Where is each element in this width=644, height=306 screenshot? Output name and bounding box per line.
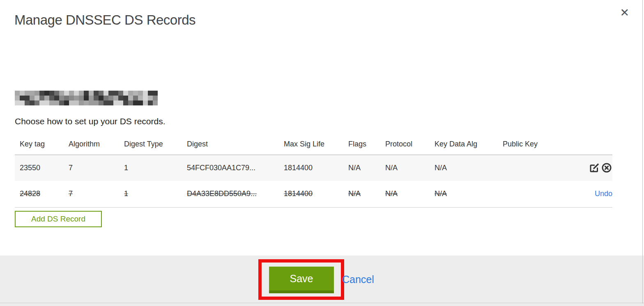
- cell-digest: 54FCF030AA1C79...: [182, 155, 279, 181]
- col-header-flags: Flags: [343, 134, 380, 155]
- undo-link[interactable]: Undo: [595, 190, 612, 198]
- cell-max-sig-life: 1814400: [279, 181, 343, 207]
- cell-actions: [559, 155, 612, 181]
- save-button[interactable]: Save: [269, 267, 334, 293]
- ds-records-table: Key tag Algorithm Digest Type Digest Max…: [15, 134, 612, 208]
- col-header-algorithm: Algorithm: [64, 134, 119, 155]
- cell-public-key: [498, 181, 559, 207]
- cell-protocol: N/A: [380, 181, 430, 207]
- cell-public-key: [498, 155, 559, 181]
- table-row-active: 23550 7 1 54FCF030AA1C79... 1814400 N/A …: [15, 155, 612, 181]
- close-icon[interactable]: ✕: [620, 7, 629, 18]
- modal-right-edge: [642, 0, 643, 304]
- cell-digest: D4A33E8DD550A9...: [182, 181, 279, 207]
- col-header-max-sig-life: Max Sig Life: [279, 134, 343, 155]
- cell-key-data-alg: N/A: [430, 155, 498, 181]
- cell-key-tag: 23550: [15, 155, 64, 181]
- cell-actions: Undo: [559, 181, 612, 207]
- col-header-digest: Digest: [182, 134, 279, 155]
- col-header-actions: [559, 134, 612, 155]
- cell-key-tag: 24828: [15, 181, 64, 207]
- table-row-pending-delete: 24828 7 1 D4A33E8DD550A9... 1814400 N/A …: [15, 181, 612, 207]
- cancel-link[interactable]: Cancel: [342, 274, 374, 285]
- page-title: Manage DNSSEC DS Records: [14, 12, 196, 28]
- cell-protocol: N/A: [380, 155, 430, 181]
- cell-max-sig-life: 1814400: [279, 155, 343, 181]
- col-header-protocol: Protocol: [380, 134, 430, 155]
- col-header-key-tag: Key tag: [15, 134, 64, 155]
- cell-flags: N/A: [343, 155, 380, 181]
- manage-dnssec-dialog: Manage DNSSEC DS Records ✕ Choose how to…: [0, 0, 644, 306]
- cell-digest-type: 1: [119, 181, 182, 207]
- instruction-text: Choose how to set up your DS records.: [15, 116, 166, 126]
- cell-algorithm: 7: [64, 181, 119, 207]
- cell-digest-type: 1: [119, 155, 182, 181]
- add-ds-record-button[interactable]: Add DS Record: [15, 211, 102, 227]
- cell-flags: N/A: [343, 181, 380, 207]
- table-header-row: Key tag Algorithm Digest Type Digest Max…: [15, 134, 612, 155]
- cell-key-data-alg: N/A: [430, 181, 498, 207]
- redacted-domain-name: [15, 91, 158, 105]
- modal-bottom-edge: [0, 303, 644, 306]
- delete-icon[interactable]: [601, 162, 612, 174]
- edit-icon[interactable]: [589, 162, 600, 174]
- col-header-digest-type: Digest Type: [119, 134, 182, 155]
- col-header-public-key: Public Key: [498, 134, 559, 155]
- cell-algorithm: 7: [64, 155, 119, 181]
- col-header-key-data-alg: Key Data Alg: [430, 134, 498, 155]
